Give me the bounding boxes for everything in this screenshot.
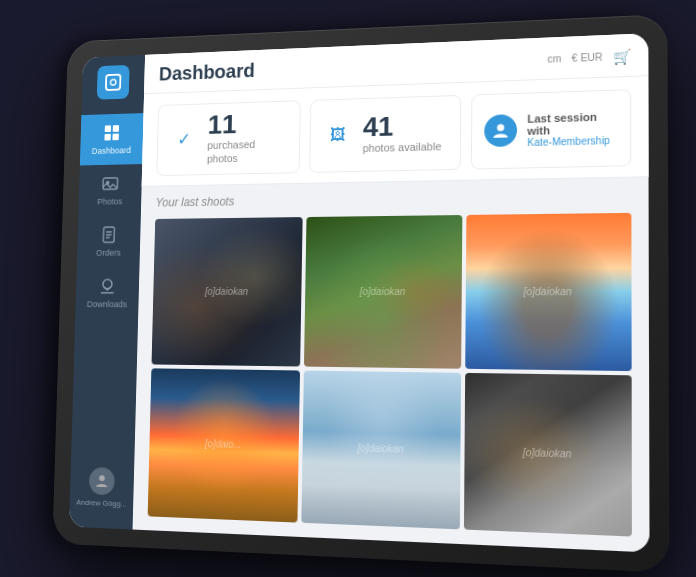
tablet-device: Dashboard Photos — [52, 14, 669, 573]
svg-point-12 — [103, 279, 112, 289]
svg-point-14 — [99, 475, 105, 481]
tablet-screen: Dashboard Photos — [69, 33, 650, 552]
image-icon: 🖼 — [322, 119, 353, 151]
avatar[interactable] — [89, 467, 115, 495]
svg-point-15 — [497, 124, 504, 131]
watermark-1: [o]daiokan — [205, 285, 248, 296]
sidebar-item-label: Photos — [97, 196, 122, 206]
shoots-section: Your last shoots [o]daiokan [o]daiokan [… — [133, 176, 650, 552]
cart-icon[interactable]: 🛒 — [613, 47, 631, 64]
photos-icon — [101, 174, 119, 193]
svg-point-1 — [110, 79, 115, 85]
sidebar-item-label: Dashboard — [92, 145, 131, 155]
available-label: photos available — [363, 139, 442, 155]
header-controls: cm € EUR 🛒 — [547, 47, 631, 66]
stats-row: ✓ 11 purchased photos 🖼 41 photos availa… — [142, 76, 649, 186]
purchased-count: 11 — [207, 109, 288, 138]
svg-rect-0 — [106, 74, 121, 89]
svg-rect-5 — [112, 133, 118, 140]
sidebar-item-label: Downloads — [87, 299, 127, 309]
sidebar-item-dashboard[interactable]: Dashboard — [80, 113, 144, 165]
stat-available-info: 41 photos available — [363, 111, 442, 155]
session-user: Kate-Membership — [527, 134, 617, 147]
user-profile-area: Andrew Gögg... — [72, 457, 131, 519]
photo-item-2[interactable]: [o]daiokan — [304, 214, 462, 368]
photo-grid: [o]daiokan [o]daiokan [o]daiokan [o]daio… — [148, 212, 632, 536]
check-icon: ✓ — [169, 123, 199, 154]
currency-selector[interactable]: € EUR — [572, 51, 603, 63]
sidebar-item-photos[interactable]: Photos — [78, 164, 142, 216]
stat-purchased: ✓ 11 purchased photos — [156, 100, 301, 175]
user-name: Andrew Gögg... — [76, 498, 127, 509]
dashboard-icon — [103, 123, 121, 142]
page-title: Dashboard — [159, 59, 255, 85]
watermark-6: [o]daiokan — [523, 446, 572, 459]
stat-purchased-info: 11 purchased photos — [207, 109, 289, 166]
downloads-icon — [98, 276, 116, 295]
sidebar-item-downloads[interactable]: Downloads — [75, 266, 139, 318]
session-label: Last session with — [527, 109, 617, 136]
photo-item-4[interactable]: [o]daio... — [148, 368, 300, 522]
svg-rect-2 — [105, 125, 111, 132]
watermark-4: [o]daio... — [205, 438, 241, 450]
photo-item-6[interactable]: [o]daiokan — [464, 372, 632, 536]
sidebar-item-orders[interactable]: Orders — [77, 215, 141, 267]
watermark-2: [o]daiokan — [360, 285, 406, 296]
unit-selector[interactable]: cm — [547, 53, 561, 65]
app-logo[interactable] — [97, 64, 130, 99]
watermark-5: [o]daiokan — [357, 442, 403, 455]
main-content: Dashboard cm € EUR 🛒 ✓ 11 purchased phot… — [133, 33, 650, 552]
orders-icon — [100, 225, 118, 244]
stat-session-info: Last session with Kate-Membership — [527, 109, 617, 147]
sidebar-item-label: Orders — [96, 247, 121, 257]
section-label: Your last shoots — [155, 187, 631, 208]
available-count: 41 — [363, 111, 442, 141]
watermark-3: [o]daiokan — [523, 285, 571, 296]
svg-rect-3 — [113, 125, 119, 132]
stat-available: 🖼 41 photos available — [309, 94, 461, 172]
user-session-icon — [484, 114, 517, 147]
svg-rect-4 — [104, 133, 110, 140]
photo-item-1[interactable]: [o]daiokan — [152, 216, 303, 366]
purchased-label: purchased photos — [207, 136, 288, 166]
photo-item-3[interactable]: [o]daiokan — [465, 212, 631, 370]
photo-item-5[interactable]: [o]daiokan — [301, 370, 461, 529]
stat-session: Last session with Kate-Membership — [471, 89, 632, 169]
